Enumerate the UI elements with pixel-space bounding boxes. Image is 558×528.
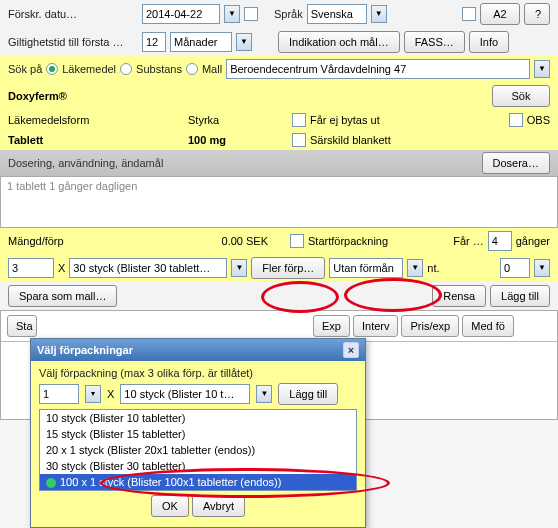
- sok-button[interactable]: Sök: [492, 85, 550, 107]
- language-dropdown-button[interactable]: ▼: [371, 5, 387, 23]
- startforp-checkbox[interactable]: [290, 234, 304, 248]
- far-ej-bytas-checkbox[interactable]: [292, 113, 306, 127]
- x-label: X: [58, 262, 65, 274]
- radio-mall-label: Mall: [202, 63, 222, 75]
- lagg-till-button[interactable]: Lägg till: [490, 285, 550, 307]
- sarskild-blankett-label: Särskild blankett: [310, 134, 391, 146]
- dot-icon: [46, 478, 56, 488]
- radio-substans-label: Substans: [136, 63, 182, 75]
- sarskild-blankett-checkbox[interactable]: [292, 133, 306, 147]
- popup-option-1[interactable]: 15 styck (Blister 15 tabletter): [40, 426, 356, 442]
- validity-count-field[interactable]: [142, 32, 166, 52]
- popup-option-4[interactable]: 100 x 1 styck (Blister 100x1 tabletter (…: [40, 474, 356, 490]
- far-count-field[interactable]: [488, 231, 512, 251]
- giltighet-label: Giltighetstid till första …: [8, 36, 138, 48]
- popup-option-list: 10 styck (Blister 10 tabletter) 15 styck…: [39, 409, 357, 491]
- tab-sta[interactable]: Sta: [7, 315, 37, 337]
- popup-option-0[interactable]: 10 styck (Blister 10 tabletter): [40, 410, 356, 426]
- obs-checkbox[interactable]: [509, 113, 523, 127]
- popup-option-3[interactable]: 30 styck (Blister 30 tabletter): [40, 458, 356, 474]
- far-ej-bytas-label: Får ej bytas ut: [310, 114, 380, 126]
- validity-unit-field[interactable]: [170, 32, 232, 52]
- popup-title: Välj förpackningar: [37, 344, 133, 356]
- dosering-title: Dosering, användning, ändamål: [8, 157, 478, 169]
- popup-pack-field[interactable]: [120, 384, 250, 404]
- pack-popup: Välj förpackningar × Välj förpackning (m…: [30, 338, 366, 528]
- nt-value-field[interactable]: [500, 258, 530, 278]
- obs-label: OBS: [527, 114, 550, 126]
- fass-button[interactable]: FASS…: [404, 31, 465, 53]
- fler-forp-button[interactable]: Fler förp…: [251, 257, 325, 279]
- popup-ok-button[interactable]: OK: [151, 495, 189, 517]
- form-col-label: Läkemedelsform: [8, 114, 184, 126]
- dosering-summary[interactable]: 1 tablett 1 gånger dagligen: [0, 176, 558, 228]
- radio-mall[interactable]: [186, 63, 198, 75]
- sok-pa-label: Sök på: [8, 63, 42, 75]
- popup-subtitle: Välj förpackning (max 3 olika förp. är t…: [39, 367, 357, 379]
- a2-button[interactable]: A2: [480, 3, 520, 25]
- mangd-label: Mängd/förp: [8, 235, 184, 247]
- forman-dropdown[interactable]: ▼: [407, 259, 423, 277]
- qty-field[interactable]: [8, 258, 54, 278]
- date-picker-button[interactable]: ▼: [224, 5, 240, 23]
- unknown-checkbox-2[interactable]: [462, 7, 476, 21]
- styrka-value: 100 mg: [188, 134, 288, 146]
- pack-field[interactable]: [69, 258, 227, 278]
- sprak-label: Språk: [274, 8, 303, 20]
- radio-lakemedel[interactable]: [46, 63, 58, 75]
- sek-label: 0.00 SEK: [188, 235, 268, 247]
- styrka-col-label: Styrka: [188, 114, 288, 126]
- tab-pris[interactable]: Pris/exp: [401, 315, 459, 337]
- language-field[interactable]: [307, 4, 367, 24]
- popup-lagg-till-button[interactable]: Lägg till: [278, 383, 338, 405]
- popup-x-label: X: [107, 388, 114, 400]
- indikation-button[interactable]: Indikation och mål…: [278, 31, 400, 53]
- popup-close-icon[interactable]: ×: [343, 342, 359, 358]
- tab-exp[interactable]: Exp: [313, 315, 350, 337]
- validity-unit-dropdown[interactable]: ▼: [236, 33, 252, 51]
- search-context-dropdown[interactable]: ▼: [534, 60, 550, 78]
- ganger-label: gånger: [516, 235, 550, 247]
- radio-substans[interactable]: [120, 63, 132, 75]
- popup-qty-stepper[interactable]: ▾: [85, 385, 101, 403]
- info-button[interactable]: Info: [469, 31, 509, 53]
- form-value: Tablett: [8, 134, 184, 146]
- forskr-datum-label: Förskr. datu…: [8, 8, 138, 20]
- drug-name: Doxyferm®: [8, 90, 488, 102]
- nt-label: nt.: [427, 262, 439, 274]
- dosera-button[interactable]: Dosera…: [482, 152, 550, 174]
- tab-interv[interactable]: Interv: [353, 315, 399, 337]
- tab-medfo[interactable]: Med fö: [462, 315, 514, 337]
- spara-mall-button[interactable]: Spara som mall…: [8, 285, 117, 307]
- far-label: Får …: [453, 235, 484, 247]
- forman-field[interactable]: [329, 258, 403, 278]
- popup-cancel-button[interactable]: Avbryt: [192, 495, 245, 517]
- unknown-checkbox-1[interactable]: [244, 7, 258, 21]
- pack-dropdown[interactable]: ▼: [231, 259, 247, 277]
- popup-pack-dropdown[interactable]: ▼: [256, 385, 272, 403]
- popup-qty-field[interactable]: [39, 384, 79, 404]
- popup-option-2[interactable]: 20 x 1 styck (Blister 20x1 tabletter (en…: [40, 442, 356, 458]
- date-field[interactable]: [142, 4, 220, 24]
- search-context-field[interactable]: [226, 59, 530, 79]
- startforp-label: Startförpackning: [308, 235, 388, 247]
- rensa-button[interactable]: Rensa: [432, 285, 486, 307]
- nt-dropdown[interactable]: ▼: [534, 259, 550, 277]
- help-button[interactable]: ?: [524, 3, 550, 25]
- radio-lakemedel-label: Läkemedel: [62, 63, 116, 75]
